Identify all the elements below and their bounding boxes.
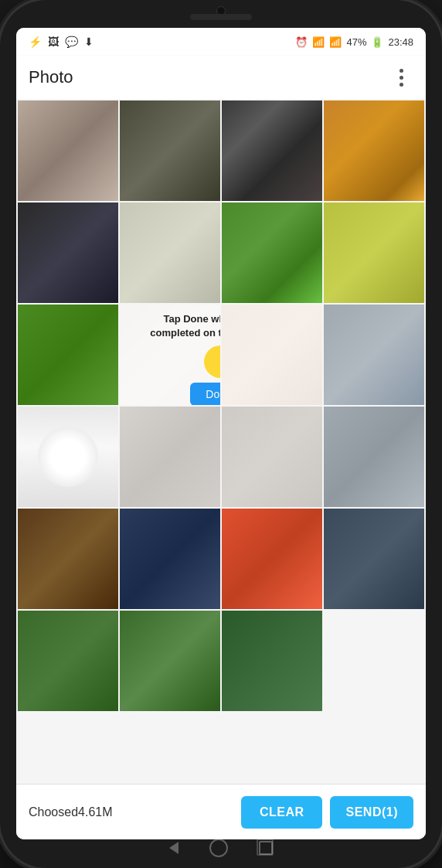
back-button[interactable] <box>169 842 178 854</box>
status-bar: ⚡ 🖼 💬 ⬇ ⏰ 📶 📶 47% 🔋 23:48 <box>16 28 426 56</box>
chosen-text: Choosed4.61M <box>29 805 113 819</box>
photo-thumbnail <box>18 100 118 201</box>
photo-cell[interactable] <box>18 407 118 507</box>
photo-thumbnail <box>120 407 220 507</box>
photo-cell[interactable]: Tap Done when transfer completed on the … <box>120 305 220 405</box>
signal-icon: 📶 <box>329 36 342 48</box>
alarm-icon: ⏰ <box>295 36 308 48</box>
photo-thumbnail <box>324 305 424 405</box>
clear-button[interactable]: CLEAR <box>241 796 323 829</box>
photo-cell[interactable] <box>222 203 322 303</box>
recents-button[interactable] <box>259 841 273 855</box>
photo-cell[interactable] <box>120 100 220 201</box>
photo-cell[interactable] <box>324 100 424 201</box>
app-bar: Photo <box>16 56 426 99</box>
lightning-icon: ⚡ <box>29 36 42 48</box>
photo-thumbnail <box>324 100 424 201</box>
status-left-icons: ⚡ 🖼 💬 ⬇ <box>29 36 94 48</box>
photo-cell[interactable] <box>324 407 424 507</box>
photo-thumbnail <box>120 509 220 609</box>
photo-thumbnail <box>324 203 424 303</box>
send-button[interactable]: SEND(1) <box>330 796 413 829</box>
photo-cell[interactable] <box>18 611 118 711</box>
photo-grid: Tap Done when transfer completed on the … <box>16 99 426 713</box>
photo-cell[interactable] <box>18 203 118 303</box>
photo-cell[interactable] <box>222 100 322 201</box>
photo-thumbnail <box>222 100 322 201</box>
speaker-grill <box>190 14 252 20</box>
photo-thumbnail <box>222 509 322 609</box>
photo-thumbnail <box>222 407 322 507</box>
photo-cell[interactable] <box>18 100 118 201</box>
photo-cell[interactable] <box>324 203 424 303</box>
photo-cell[interactable] <box>18 305 118 405</box>
photo-thumbnail <box>18 203 118 303</box>
photo-cell[interactable] <box>324 305 424 405</box>
photo-cell[interactable] <box>120 407 220 507</box>
photo-thumbnail <box>120 203 220 303</box>
photo-thumbnail <box>324 509 424 609</box>
photo-thumbnail <box>222 611 322 711</box>
messenger-icon: 💬 <box>65 36 78 48</box>
photo-thumbnail <box>222 305 322 405</box>
wifi-icon: 📶 <box>312 36 325 48</box>
navigation-bar <box>169 839 273 857</box>
photo-thumbnail <box>222 203 322 303</box>
app-title: Photo <box>29 67 73 87</box>
phone-shell: ⚡ 🖼 💬 ⬇ ⏰ 📶 📶 47% 🔋 23:48 Photo <box>0 0 442 868</box>
image-notification-icon: 🖼 <box>48 36 59 48</box>
photo-thumbnail <box>120 611 220 711</box>
photo-cell[interactable] <box>18 509 118 609</box>
home-button[interactable] <box>209 839 228 857</box>
status-right-area: ⏰ 📶 📶 47% 🔋 23:48 <box>295 36 413 48</box>
photo-cell[interactable] <box>222 509 322 609</box>
photo-cell[interactable] <box>120 611 220 711</box>
photo-thumbnail <box>18 305 118 405</box>
battery-percent: 47% <box>346 36 366 48</box>
photo-cell[interactable] <box>324 509 424 609</box>
clock: 23:48 <box>388 36 413 48</box>
photo-thumbnail <box>120 100 220 201</box>
photo-cell[interactable] <box>222 305 322 405</box>
photo-cell[interactable] <box>222 611 322 711</box>
done-button[interactable]: Done! <box>190 383 220 405</box>
phone-screen: ⚡ 🖼 💬 ⬇ ⏰ 📶 📶 47% 🔋 23:48 Photo <box>16 28 426 839</box>
photo-cell[interactable] <box>120 203 220 303</box>
download-icon: ⬇ <box>84 36 94 48</box>
photo-thumbnail <box>18 407 118 507</box>
overflow-dots-icon <box>400 69 403 87</box>
photo-thumbnail <box>18 509 118 609</box>
battery-icon: 🔋 <box>371 36 383 48</box>
photo-cell[interactable] <box>120 509 220 609</box>
bottom-bar: Choosed4.61M CLEAR SEND(1) <box>16 784 426 839</box>
photo-thumbnail <box>324 407 424 507</box>
photo-thumbnail <box>18 611 118 711</box>
photo-cell[interactable] <box>222 407 322 507</box>
overflow-menu-button[interactable] <box>389 65 413 90</box>
bottom-actions: CLEAR SEND(1) <box>241 796 413 829</box>
photo-grid-container[interactable]: Tap Done when transfer completed on the … <box>16 99 426 784</box>
